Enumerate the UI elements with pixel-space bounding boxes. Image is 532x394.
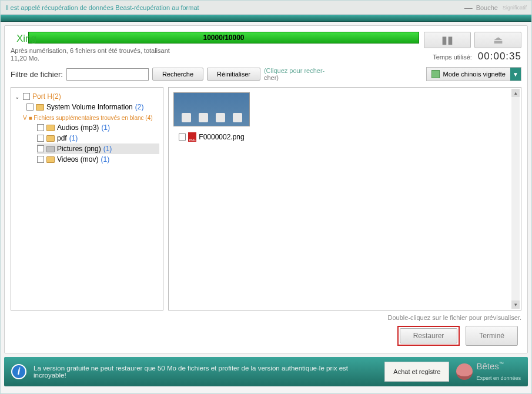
tree-label: Videos (mov) bbox=[57, 155, 98, 163]
time-used-value: 00:00:35 bbox=[478, 51, 521, 62]
scan-label: Xing bbox=[16, 33, 36, 45]
eject-icon: ⏏ bbox=[493, 34, 503, 46]
extra-files-label: V ■ Fichiers supplémentaires trouvés en … bbox=[23, 115, 159, 121]
filter-label: Filtre de fichier: bbox=[11, 70, 63, 79]
brand-area: Bêtes™ Expert en données bbox=[456, 361, 521, 382]
file-list-pane: F0000002.png ▴ ▾ bbox=[168, 87, 521, 310]
scan-status: Après numérisation, 6 fichiers ont été t… bbox=[11, 47, 419, 62]
thumbnail-icon bbox=[431, 70, 440, 78]
tree-count: (1) bbox=[103, 145, 112, 153]
scroll-up-icon[interactable]: ▴ bbox=[511, 89, 520, 97]
checkbox[interactable] bbox=[37, 156, 44, 163]
search-hint-1: (Cliquez pour recher- bbox=[264, 67, 324, 74]
checkbox[interactable] bbox=[37, 124, 44, 131]
restore-highlight-box: Restaurer bbox=[397, 326, 460, 346]
checkbox[interactable] bbox=[179, 133, 186, 141]
brand-name: Bêtes bbox=[476, 361, 498, 371]
window-titlebar: Il est appelé récupération de données Be… bbox=[1, 1, 531, 15]
pause-icon: ▮▮ bbox=[441, 34, 453, 46]
view-mode-dropdown-icon[interactable]: ▼ bbox=[510, 68, 521, 81]
scroll-down-icon[interactable]: ▾ bbox=[511, 300, 520, 309]
checkbox[interactable] bbox=[37, 135, 44, 142]
stop-button[interactable]: ⏏ bbox=[474, 32, 521, 48]
file-name: F0000002.png bbox=[199, 133, 244, 141]
png-icon bbox=[188, 132, 196, 142]
restore-button[interactable]: Restaurer bbox=[400, 328, 458, 343]
scrollbar[interactable]: ▴ ▾ bbox=[511, 89, 520, 309]
window-title: Il est appelé récupération de données Be… bbox=[5, 4, 199, 11]
tree-node-pictures[interactable]: Pictures (png) (1) bbox=[37, 143, 159, 154]
folder-icon bbox=[46, 125, 55, 131]
tree-root[interactable]: ⌄ Port H(2) bbox=[15, 91, 159, 102]
reset-button[interactable]: Réinitialiser bbox=[207, 68, 260, 81]
file-item[interactable]: F0000002.png bbox=[173, 92, 250, 142]
tree-count: (1) bbox=[101, 123, 110, 132]
progress-counter: 10000/10000 bbox=[203, 34, 244, 42]
tree-label: Audios (mp3) bbox=[57, 123, 99, 132]
checkbox[interactable] bbox=[37, 145, 44, 152]
file-thumbnail bbox=[173, 92, 250, 126]
folder-icon bbox=[46, 146, 55, 152]
tree-node-system-volume[interactable]: System Volume Information (2) bbox=[26, 102, 159, 112]
view-mode-selector[interactable]: Mode chinois vignette ▼ bbox=[426, 67, 521, 81]
checkbox[interactable] bbox=[23, 93, 30, 100]
tree-root-label: Port H(2) bbox=[32, 92, 61, 101]
finish-button[interactable]: Terminé bbox=[466, 326, 518, 346]
info-icon: i bbox=[11, 364, 26, 379]
footer-message: La version gratuite ne peut restaurer qu… bbox=[34, 365, 377, 379]
tree-label: System Volume Information bbox=[46, 103, 133, 111]
view-mode-label: Mode chinois vignette bbox=[443, 71, 506, 78]
progress-bar: 10000/10000 bbox=[28, 32, 419, 44]
minimize-icon[interactable]: — bbox=[464, 3, 473, 12]
main-panel: Xing 10000/10000 Après numérisation, 6 f… bbox=[4, 25, 528, 353]
brand-icon bbox=[456, 363, 473, 380]
checkbox[interactable] bbox=[26, 103, 34, 111]
chevron-down-icon[interactable]: ⌄ bbox=[15, 94, 21, 100]
tree-count: (1) bbox=[69, 134, 78, 142]
folder-icon bbox=[46, 156, 55, 163]
footer-bar: i La version gratuite ne peut restaurer … bbox=[4, 357, 528, 386]
file-tree: ⌄ Port H(2) System Volume Information (2… bbox=[11, 87, 163, 310]
tree-node-videos[interactable]: Videos (mov) (1) bbox=[37, 154, 159, 165]
buy-register-button[interactable]: Achat et registre bbox=[384, 362, 449, 382]
folder-icon bbox=[36, 104, 44, 111]
brand-subtitle: Expert en données bbox=[476, 375, 521, 381]
search-hint-2: cher) bbox=[264, 74, 324, 81]
tree-count: (1) bbox=[101, 155, 109, 163]
time-used-label: Temps utilisé: bbox=[433, 54, 472, 61]
tree-node-pdf[interactable]: pdf (1) bbox=[37, 133, 159, 143]
tree-count: (2) bbox=[135, 103, 144, 111]
folder-icon bbox=[46, 135, 55, 142]
tree-label: pdf bbox=[57, 134, 67, 142]
filter-input[interactable] bbox=[66, 68, 149, 81]
pause-button[interactable]: ▮▮ bbox=[424, 32, 471, 48]
titlebar-word-2[interactable]: Significatif bbox=[503, 5, 527, 11]
preview-hint: Double-cliquez sur le fichier pour prévi… bbox=[11, 314, 521, 321]
tree-label: Pictures (png) bbox=[57, 145, 101, 153]
titlebar-word-1[interactable]: Bouche bbox=[476, 4, 498, 11]
search-button[interactable]: Recherche bbox=[152, 68, 203, 81]
top-ribbon bbox=[1, 15, 531, 22]
tree-node-audios[interactable]: Audios (mp3) (1) bbox=[37, 122, 159, 133]
